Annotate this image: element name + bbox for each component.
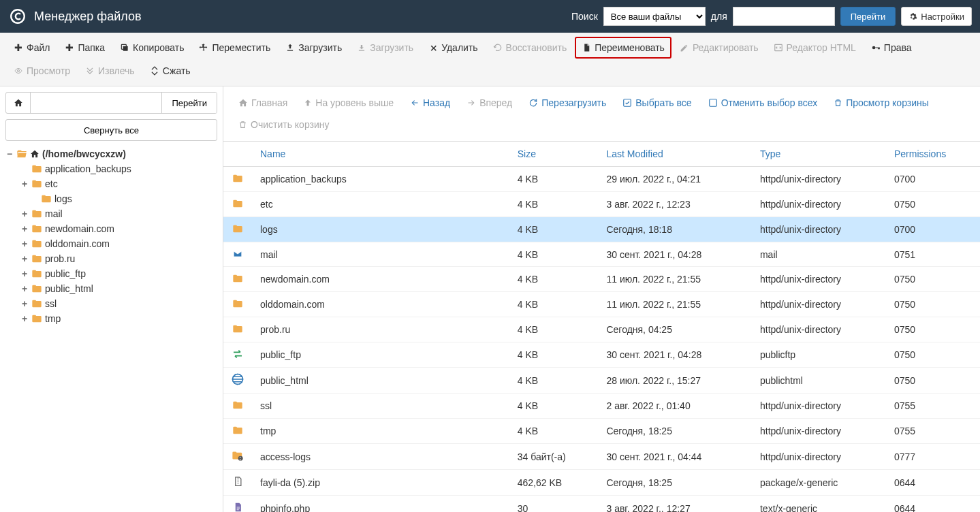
permissions-button[interactable]: Права: [864, 37, 919, 59]
file-name: access-logs: [252, 444, 509, 470]
file-modified: 30 сент. 2021 г., 04:28: [598, 342, 751, 368]
file-modified: 11 июл. 2022 г., 21:55: [598, 292, 751, 317]
search-go-button[interactable]: Перейти: [840, 7, 896, 26]
new-file-button[interactable]: ✚Файл: [7, 37, 57, 59]
tree-item[interactable]: + public_html: [5, 281, 217, 296]
empty-trash-button[interactable]: Очистить корзину: [232, 115, 336, 134]
file-size: 4 KB: [509, 368, 599, 394]
table-row[interactable]: tmp 4 KB Сегодня, 18:25 httpd/unix-direc…: [223, 419, 980, 444]
file-type: package/x-generic: [752, 470, 886, 496]
tree-item-label: ssl: [45, 298, 57, 309]
home-icon: [238, 98, 248, 108]
view-trash-button[interactable]: Просмотр корзины: [827, 93, 936, 112]
compress-icon: [150, 66, 159, 76]
file-type: mail: [752, 242, 886, 267]
collapse-icon[interactable]: −: [5, 148, 14, 159]
tree-item[interactable]: + ssl: [5, 296, 217, 311]
table-row[interactable]: public_ftp 4 KB 30 сент. 2021 г., 04:28 …: [223, 342, 980, 368]
expand-icon[interactable]: +: [20, 298, 29, 309]
tree-item[interactable]: + mail: [5, 206, 217, 221]
tree-item[interactable]: logs: [5, 191, 217, 206]
file-size: 30: [509, 496, 599, 513]
rename-button[interactable]: Переименовать: [575, 37, 671, 59]
cpanel-logo-icon: [8, 7, 27, 26]
tree-item[interactable]: application_backups: [5, 161, 217, 176]
arrow-left-icon: [410, 99, 420, 107]
compress-button[interactable]: Сжать: [143, 60, 197, 82]
search-input[interactable]: [733, 7, 835, 26]
main-toolbar: ✚Файл ✚Папка Копировать Переместить Загр…: [0, 33, 980, 86]
move-button[interactable]: Переместить: [192, 37, 277, 59]
file-type: httpd/unix-directory: [752, 267, 886, 292]
expand-icon[interactable]: +: [20, 238, 29, 249]
tree-item[interactable]: + prob.ru: [5, 251, 217, 266]
file-modified: 30 сент. 2021 г., 04:44: [598, 444, 751, 470]
reload-button[interactable]: Перезагрузить: [522, 93, 613, 112]
file-name: application_backups: [252, 167, 509, 192]
expand-icon[interactable]: +: [20, 223, 29, 234]
expand-icon[interactable]: +: [20, 253, 29, 264]
table-row[interactable]: etc 4 KB 3 авг. 2022 г., 12:23 httpd/uni…: [223, 192, 980, 217]
nav-forward-button[interactable]: Вперед: [460, 93, 519, 112]
nav-back-button[interactable]: Назад: [403, 93, 457, 112]
table-row[interactable]: prob.ru 4 KB Сегодня, 04:25 httpd/unix-d…: [223, 317, 980, 342]
file-type: publicftp: [752, 342, 886, 368]
tree-item[interactable]: + etc: [5, 176, 217, 191]
tree-item-label: tmp: [45, 313, 61, 324]
plus-icon: ✚: [65, 43, 74, 52]
expand-icon[interactable]: +: [20, 208, 29, 219]
search-scope-select[interactable]: Все ваши файлы: [603, 7, 706, 26]
tree-item[interactable]: + public_ftp: [5, 266, 217, 281]
col-modified[interactable]: Last Modified: [598, 142, 751, 167]
table-row[interactable]: logs 4 KB Сегодня, 18:18 httpd/unix-dire…: [223, 217, 980, 242]
col-name[interactable]: Name: [252, 142, 509, 167]
tree-root[interactable]: − (/home/bwcycxzw): [5, 146, 217, 161]
file-size: 4 KB: [509, 167, 599, 192]
copy-button[interactable]: Копировать: [113, 37, 191, 59]
tree-item[interactable]: + olddomain.com: [5, 236, 217, 251]
tree-item-label: public_ftp: [45, 268, 86, 279]
path-go-button[interactable]: Перейти: [161, 93, 217, 113]
file-name: newdomain.com: [252, 267, 509, 292]
app-header: Менеджер файлов Поиск Все ваши файлы для…: [0, 0, 980, 33]
table-row[interactable]: public_html 4 KB 28 июл. 2022 г., 15:27 …: [223, 368, 980, 394]
file-type: httpd/unix-directory: [752, 217, 886, 242]
select-all-button[interactable]: Выбрать все: [616, 93, 698, 112]
nav-home-button[interactable]: Главная: [232, 93, 294, 112]
expand-icon[interactable]: +: [20, 178, 29, 189]
expand-icon[interactable]: +: [20, 283, 29, 294]
svg-point-4: [872, 46, 876, 50]
table-row[interactable]: phpinfo.php 30 3 авг. 2022 г., 12:27 tex…: [223, 496, 980, 513]
file-modified: 2 авг. 2022 г., 01:40: [598, 394, 751, 419]
tree-item[interactable]: + newdomain.com: [5, 221, 217, 236]
expand-icon[interactable]: +: [20, 313, 29, 324]
file-type: httpd/unix-directory: [752, 394, 886, 419]
upload-button[interactable]: Загрузить: [279, 37, 349, 59]
deselect-all-button[interactable]: Отменить выбор всех: [701, 93, 825, 112]
table-row[interactable]: mail 4 KB 30 сент. 2021 г., 04:28 mail 0…: [223, 242, 980, 267]
settings-button[interactable]: Настройки: [901, 7, 972, 26]
table-row[interactable]: olddomain.com 4 KB 11 июл. 2022 г., 21:5…: [223, 292, 980, 317]
new-folder-button[interactable]: ✚Папка: [58, 37, 112, 59]
uncheck-icon: [708, 98, 718, 108]
zip-icon: [233, 475, 243, 487]
file-size: 4 KB: [509, 217, 599, 242]
col-permissions[interactable]: Permissions: [886, 142, 980, 167]
table-row[interactable]: newdomain.com 4 KB 11 июл. 2022 г., 21:5…: [223, 267, 980, 292]
collapse-all-button[interactable]: Свернуть все: [5, 119, 217, 141]
expand-icon[interactable]: +: [20, 268, 29, 279]
file-size: 4 KB: [509, 394, 599, 419]
key-icon: [871, 43, 881, 52]
col-type[interactable]: Type: [752, 142, 886, 167]
col-size[interactable]: Size: [509, 142, 599, 167]
delete-button[interactable]: Удалить: [422, 37, 484, 59]
table-row[interactable]: access-logs 34 байт(-а) 30 сент. 2021 г.…: [223, 444, 980, 470]
trash-icon: [238, 120, 247, 129]
table-row[interactable]: application_backups 4 KB 29 июл. 2022 г.…: [223, 167, 980, 192]
table-row[interactable]: fayli-da (5).zip 462,62 KB Сегодня, 18:2…: [223, 470, 980, 496]
path-input[interactable]: [31, 93, 161, 113]
table-row[interactable]: ssl 4 KB 2 авг. 2022 г., 01:40 httpd/uni…: [223, 394, 980, 419]
home-button[interactable]: [6, 93, 31, 113]
nav-up-button[interactable]: На уровень выше: [297, 93, 400, 112]
tree-item[interactable]: + tmp: [5, 311, 217, 326]
